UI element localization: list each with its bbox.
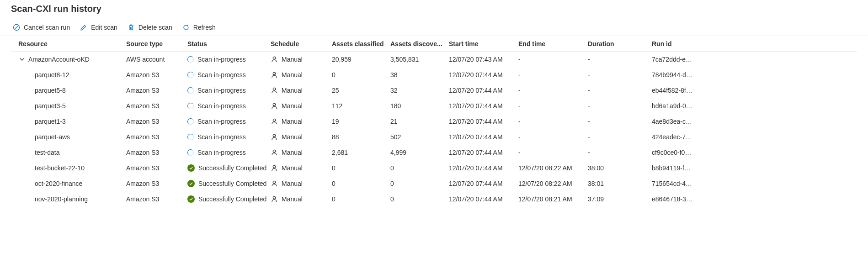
resource-name: parquet1-3 <box>35 118 66 125</box>
resource-cell: AmazonAccount-oKD <box>18 56 126 63</box>
duration: - <box>588 118 652 125</box>
status-cell: Scan in-progress <box>187 102 271 110</box>
edit-scan-button[interactable]: Edit scan <box>80 24 117 31</box>
assets-discovered: 38 <box>390 71 449 79</box>
resource-name: parquet8-12 <box>35 71 69 79</box>
col-end-time[interactable]: End time <box>518 40 588 47</box>
assets-classified: 19 <box>332 118 390 125</box>
table-row[interactable]: parquet1-3Amazon S3Scan in-progressManua… <box>11 114 857 129</box>
check-icon <box>187 164 195 172</box>
start-time: 12/07/20 07:44 AM <box>449 149 518 156</box>
duration: - <box>588 149 652 156</box>
run-history-table: Resource Source type Status Schedule Ass… <box>0 36 868 207</box>
run-id: eb44f582-8f81-44a <box>652 87 698 94</box>
start-time: 12/07/20 07:44 AM <box>449 87 518 94</box>
schedule-label: Manual <box>282 133 303 141</box>
schedule-cell: Manual <box>271 87 332 94</box>
delete-scan-label: Delete scan <box>138 24 172 31</box>
schedule-cell: Manual <box>271 164 332 172</box>
table-row[interactable]: AmazonAccount-oKDAWS accountScan in-prog… <box>11 52 857 67</box>
end-time: - <box>518 71 588 79</box>
status-cell: Scan in-progress <box>187 133 271 141</box>
col-source-type[interactable]: Source type <box>126 40 187 47</box>
schedule-label: Manual <box>282 149 303 156</box>
cancel-icon <box>13 24 20 31</box>
end-time: - <box>518 56 588 63</box>
table-row[interactable]: parquet5-8Amazon S3Scan in-progressManua… <box>11 83 857 98</box>
table-row[interactable]: nov-2020-planningAmazon S3Successfully C… <box>11 191 857 207</box>
status-text: Successfully Completed <box>198 195 266 203</box>
run-id: e8646718-3631-4e <box>652 195 698 203</box>
chevron-down-icon[interactable] <box>18 57 26 62</box>
edit-icon <box>80 24 87 31</box>
start-time: 12/07/20 07:44 AM <box>449 195 518 203</box>
resource-name: parquet3-5 <box>35 102 66 110</box>
resource-name: oct-2020-finance <box>35 180 82 187</box>
source-type: AWS account <box>126 56 187 63</box>
person-icon <box>271 133 278 141</box>
duration: 37:09 <box>588 195 652 203</box>
person-icon <box>271 195 278 203</box>
start-time: 12/07/20 07:44 AM <box>449 164 518 172</box>
table-header: Resource Source type Status Schedule Ass… <box>11 36 857 52</box>
col-start-time[interactable]: Start time <box>449 40 518 47</box>
assets-discovered: 3,505,831 <box>390 56 449 63</box>
col-resource[interactable]: Resource <box>18 40 126 47</box>
status-cell: Scan in-progress <box>187 71 271 79</box>
schedule-label: Manual <box>282 164 303 172</box>
assets-discovered: 180 <box>390 102 449 110</box>
assets-classified: 0 <box>332 164 390 172</box>
resource-cell: parquet-aws <box>18 133 126 141</box>
assets-classified: 0 <box>332 180 390 187</box>
col-run-id[interactable]: Run id <box>652 40 698 47</box>
duration: - <box>588 71 652 79</box>
table-row[interactable]: parquet8-12Amazon S3Scan in-progressManu… <box>11 67 857 83</box>
table-row[interactable]: parquet-awsAmazon S3Scan in-progressManu… <box>11 129 857 145</box>
col-duration[interactable]: Duration <box>588 40 652 47</box>
resource-cell: parquet3-5 <box>18 102 126 110</box>
col-status[interactable]: Status <box>187 40 271 47</box>
check-icon <box>187 195 195 203</box>
resource-cell: parquet8-12 <box>18 71 126 79</box>
svg-point-5 <box>273 103 275 105</box>
status-text: Scan in-progress <box>197 133 246 141</box>
spinner-icon <box>187 134 194 140</box>
svg-point-11 <box>273 196 275 199</box>
cancel-scan-button[interactable]: Cancel scan run <box>13 24 70 31</box>
status-text: Successfully Completed <box>198 164 266 172</box>
status-text: Scan in-progress <box>197 87 246 94</box>
schedule-label: Manual <box>282 180 303 187</box>
delete-scan-button[interactable]: Delete scan <box>128 24 172 31</box>
end-time: - <box>518 133 588 141</box>
start-time: 12/07/20 07:44 AM <box>449 102 518 110</box>
table-row[interactable]: test-dataAmazon S3Scan in-progressManual… <box>11 145 857 160</box>
col-assets-discovered[interactable]: Assets discove... <box>390 40 449 47</box>
table-row[interactable]: parquet3-5Amazon S3Scan in-progressManua… <box>11 98 857 114</box>
refresh-label: Refresh <box>193 24 216 31</box>
end-time: - <box>518 87 588 94</box>
assets-classified: 25 <box>332 87 390 94</box>
duration: - <box>588 87 652 94</box>
col-assets-classified[interactable]: Assets classified <box>332 40 390 47</box>
schedule-cell: Manual <box>271 56 332 63</box>
resource-cell: oct-2020-finance <box>18 180 126 187</box>
table-row[interactable]: oct-2020-financeAmazon S3Successfully Co… <box>11 176 857 191</box>
status-cell: Successfully Completed <box>187 164 271 172</box>
resource-name: parquet-aws <box>35 133 70 141</box>
spinner-icon <box>187 149 194 156</box>
assets-classified: 2,681 <box>332 149 390 156</box>
refresh-icon <box>182 24 190 31</box>
spinner-icon <box>187 56 194 63</box>
delete-icon <box>128 24 135 31</box>
col-schedule[interactable]: Schedule <box>271 40 332 47</box>
person-icon <box>271 180 278 187</box>
resource-name: nov-2020-planning <box>35 195 88 203</box>
assets-classified: 88 <box>332 133 390 141</box>
schedule-cell: Manual <box>271 71 332 79</box>
assets-discovered: 0 <box>390 164 449 172</box>
end-time: - <box>518 149 588 156</box>
table-row[interactable]: test-bucket-22-10Amazon S3Successfully C… <box>11 160 857 176</box>
run-id: 784b9944-d9b7-4b <box>652 71 698 79</box>
assets-discovered: 0 <box>390 195 449 203</box>
refresh-button[interactable]: Refresh <box>182 24 216 31</box>
